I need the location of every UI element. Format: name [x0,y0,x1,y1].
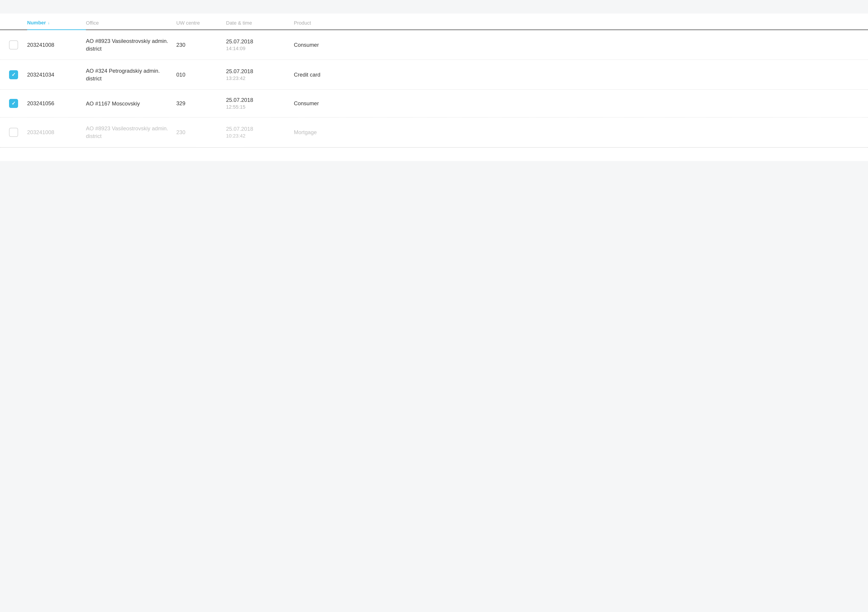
header-number[interactable]: Number ↓ [27,20,86,30]
row1-product: Consumer [294,42,357,48]
row3-product: Consumer [294,100,357,107]
row3-checkbox[interactable] [9,99,18,108]
table-row: 203241056 AO #1167 Moscovskiy 329 25.07.… [0,90,868,117]
bottom-spacer [0,147,868,161]
row2-product: Credit card [294,71,357,78]
row2-uwcentre: 010 [176,71,226,78]
row3-date: 25.07.2018 [226,97,294,103]
row1-number: 203241008 [27,42,86,48]
row4-datetime: 25.07.2018 10:23:42 [226,126,294,139]
row2-datetime: 25.07.2018 13:23:42 [226,68,294,81]
row1-uwcentre: 230 [176,42,226,48]
row1-time: 14:14:09 [226,46,294,51]
row2-office: AO #324 Petrogradskiy admin. district [86,67,176,82]
table-row: 203241034 AO #324 Petrogradskiy admin. d… [0,60,868,90]
row2-time: 13:23:42 [226,76,294,81]
row4-office-text: AO #8923 Vasileostrovskiy admin. distric… [86,125,176,140]
row1-date: 25.07.2018 [226,39,294,45]
header-datetime[interactable]: Date & time [226,20,294,26]
sort-arrow-icon[interactable]: ↓ [48,20,50,25]
row4-office: AO #8923 Vasileostrovskiy admin. distric… [86,125,176,140]
row4-uwcentre: 230 [176,129,226,136]
row3-checkbox-cell[interactable] [9,99,27,108]
row2-checkbox[interactable] [9,70,18,79]
row4-time: 10:23:42 [226,133,294,139]
row2-office-text: AO #324 Petrogradskiy admin. district [86,67,176,82]
row3-time: 12:55:15 [226,104,294,110]
row3-number: 203241056 [27,100,86,107]
row4-product: Mortgage [294,129,357,136]
header-office[interactable]: Office [86,20,176,26]
row3-office: AO #1167 Moscovskiy [86,100,176,108]
header-product[interactable]: Product [294,20,357,26]
row1-office-text: AO #8923 Vasileostrovskiy admin. distric… [86,37,176,53]
row1-datetime: 25.07.2018 14:14:09 [226,39,294,51]
header-uwcentre[interactable]: UW centre [176,20,226,26]
row1-checkbox[interactable] [9,40,18,49]
table-header: Number ↓ Office UW centre Date & time Pr… [0,14,868,30]
row4-number: 203241008 [27,129,86,136]
row4-checkbox[interactable] [9,128,18,137]
header-number-label: Number [27,20,46,26]
row2-number: 203241034 [27,71,86,78]
data-table: Number ↓ Office UW centre Date & time Pr… [0,14,868,161]
row4-date: 25.07.2018 [226,126,294,132]
row4-checkbox-cell[interactable] [9,128,27,137]
row3-office-text: AO #1167 Moscovskiy [86,100,176,108]
row1-office: AO #8923 Vasileostrovskiy admin. distric… [86,37,176,53]
row2-date: 25.07.2018 [226,68,294,74]
row1-checkbox-cell[interactable] [9,40,27,49]
row3-uwcentre: 329 [176,100,226,107]
row2-checkbox-cell[interactable] [9,70,27,79]
row3-datetime: 25.07.2018 12:55:15 [226,97,294,110]
table-row: 203241008 AO #8923 Vasileostrovskiy admi… [0,30,868,60]
table-row: 203241008 AO #8923 Vasileostrovskiy admi… [0,117,868,147]
